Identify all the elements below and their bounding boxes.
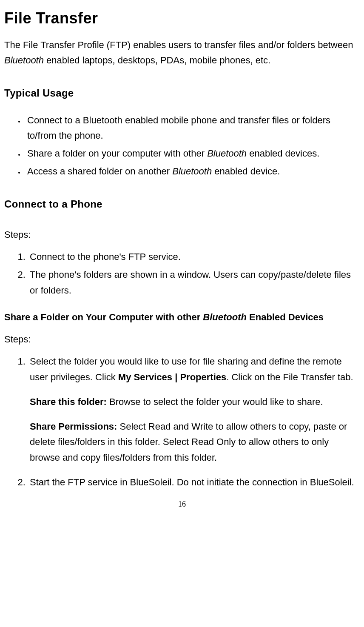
connect-steps-list: Connect to the phone's FTP service. The … — [4, 249, 360, 298]
section-connect-phone: Connect to a Phone — [4, 197, 360, 212]
steps-label: Steps: — [4, 227, 360, 242]
list-item: Select the folder you would like to use … — [28, 354, 360, 385]
text: Enabled Devices — [247, 312, 324, 322]
text: . Click on the File Transfer tab. — [226, 372, 353, 382]
list-item: Connect to the phone's FTP service. — [28, 249, 360, 265]
text: enabled devices. — [247, 148, 319, 159]
list-item: The phone's folders are shown in a windo… — [28, 267, 360, 298]
text: Access a shared folder on another — [27, 166, 172, 177]
text: Share a folder on your computer with oth… — [27, 148, 207, 159]
text: Share a Folder on Your Computer with oth… — [4, 312, 203, 322]
bluetooth-italic: Bluetooth — [203, 312, 247, 322]
list-item: Start the FTP service in BlueSoleil. Do … — [28, 475, 360, 490]
list-item: Connect to a Bluetooth enabled mobile ph… — [25, 113, 360, 144]
share-perm-label: Share Permissions: — [30, 421, 117, 432]
page-number: 16 — [4, 499, 360, 510]
share-this-text: Browse to select the folder your would l… — [107, 396, 323, 407]
text: enabled device. — [212, 166, 280, 177]
intro-bluetooth: Bluetooth — [4, 55, 44, 66]
share-this-label: Share this folder: — [30, 396, 107, 407]
share-permissions: Share Permissions: Select Read and Write… — [30, 419, 360, 465]
section-typical-usage: Typical Usage — [4, 86, 360, 101]
share-steps-list: Select the folder you would like to use … — [4, 354, 360, 385]
share-this-folder: Share this folder: Browse to select the … — [30, 394, 360, 410]
intro-paragraph: The File Transfer Profile (FTP) enables … — [4, 37, 360, 68]
typical-usage-list: Connect to a Bluetooth enabled mobile ph… — [4, 113, 360, 180]
bluetooth-italic: Bluetooth — [207, 148, 247, 159]
intro-text-1: The File Transfer Profile (FTP) enables … — [4, 40, 353, 50]
intro-text-2: enabled laptops, desktops, PDAs, mobile … — [44, 55, 270, 66]
share-folder-heading: Share a Folder on Your Computer with oth… — [4, 310, 360, 324]
steps-label: Steps: — [4, 332, 360, 347]
list-item: Access a shared folder on another Blueto… — [25, 164, 360, 179]
page-title: File Transfer — [4, 7, 360, 30]
share-steps-list-cont: Start the FTP service in BlueSoleil. Do … — [4, 475, 360, 490]
list-item: Share a folder on your computer with oth… — [25, 146, 360, 161]
menu-path: My Services | Properties — [118, 372, 226, 382]
bluetooth-italic: Bluetooth — [172, 166, 212, 177]
